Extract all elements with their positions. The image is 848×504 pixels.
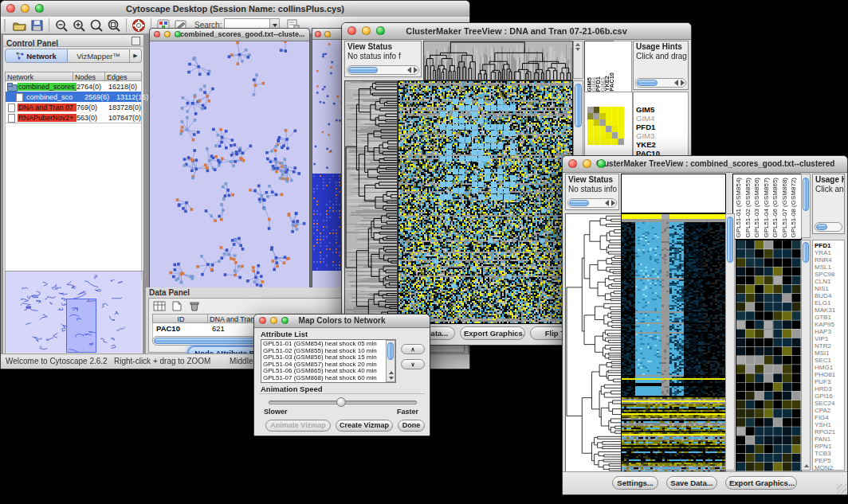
tv2-gene-list[interactable]: PFD1YRA1RNR4MSL1SPC98CLN1NIS1BUD4ELG1MAK… [812,240,845,471]
zoom-window-button[interactable] [175,31,181,37]
zoom-window-button[interactable] [597,159,606,168]
tv2-gene-label[interactable]: BUD4 [815,292,844,299]
tv2-col-label[interactable]: GPL51-01 (GSM854) [735,178,742,238]
attribute-table-icon[interactable] [152,300,167,312]
tv1-gene-label[interactable]: YKE2 [636,140,688,149]
tv2-gene-label[interactable]: NIS1 [815,285,844,292]
tv2-gene-label[interactable]: CLN1 [815,278,844,285]
tv2-col-label[interactable]: GPL51-04 (GSM857) [763,178,770,238]
tv2-gene-label[interactable]: SEC1 [815,357,844,364]
tv1-export-graphics-button[interactable]: Export Graphics... [460,326,525,340]
tv2-heatmap-vscrollbar[interactable] [725,213,735,471]
zoom-fit-icon[interactable] [105,18,123,33]
tv1-gene-label[interactable]: GIM5 [636,105,688,114]
close-button[interactable] [154,31,160,37]
close-button[interactable] [347,26,356,35]
tv2-gene-label[interactable]: FIG4 [815,414,844,421]
tv2-gene-label[interactable]: YSH1 [815,421,844,428]
create-vizmap-button[interactable]: Create Vizmap [336,420,393,432]
tv2-gene-label[interactable]: GPI16 [815,393,844,400]
tv2-top-dendrogram-area[interactable] [621,174,726,213]
minimize-button[interactable] [21,4,29,13]
tv2-gene-label[interactable]: ELG1 [815,299,844,307]
move-attribute-up-button[interactable]: ∧ [401,344,425,354]
tv2-gene-label[interactable]: PFD1 [815,242,844,249]
minimize-button[interactable] [324,31,331,37]
zoom-selected-icon[interactable] [88,18,105,33]
id-column-header[interactable]: ID [152,314,208,323]
float-panel-icon[interactable] [132,37,140,45]
tv1-gene-label[interactable]: GIM3 [636,131,688,140]
open-session-icon[interactable] [10,18,28,33]
network-list-row[interactable]: RNAPuberNov2+563(0)107847(0) [6,112,141,123]
zoom-window-button[interactable] [281,317,289,324]
zoom-window-button[interactable] [376,26,385,35]
delete-attribute-icon[interactable] [187,300,202,312]
tv2-gene-label[interactable]: PEP5 [815,457,844,464]
network-list-row[interactable]: combined_scores_2764(0)16218(0) [6,81,141,92]
network-list-row[interactable]: combined_sco2569(6)13112(15) [6,92,141,102]
close-button[interactable] [6,4,15,13]
main-titlebar[interactable]: Cytoscape Desktop (Session Name: collins… [1,1,469,18]
tv2-zoom-heatmap[interactable] [736,240,802,472]
slider-thumb[interactable] [336,397,346,407]
close-button[interactable] [259,317,266,324]
help-lifebuoy-icon[interactable] [130,18,147,33]
tv2-gene-label[interactable]: SPC98 [815,271,844,278]
tv2-gene-label[interactable]: HRD3 [815,385,844,393]
network-overview[interactable] [5,271,143,355]
tv2-heatmap[interactable] [621,213,726,472]
tv2-gene-label[interactable]: RPO21 [815,428,844,436]
resize-grip[interactable] [837,484,846,494]
tv2-gene-label[interactable]: PHO81 [815,371,844,378]
save-session-icon[interactable] [28,18,45,33]
tv2-gene-label[interactable]: CPA2 [815,407,844,414]
tv2-col-label[interactable]: GPL51-03 (GSM856) [753,178,760,238]
tv1-gene-label[interactable]: GIM4 [636,114,688,123]
tv2-gene-label[interactable]: KAP95 [815,321,844,328]
tv2-gene-label[interactable]: RNR4 [815,256,844,264]
tv2-status-hscrollbar[interactable] [567,198,617,208]
tv2-gene-label[interactable]: RPN1 [815,443,844,450]
tv2-save-data-button[interactable]: Save Data... [666,476,717,490]
zoom-out-icon[interactable] [53,18,70,33]
tv2-col-label[interactable]: GPL51-07 (GSM868) [781,178,788,238]
tv2-genes-vscrollbar[interactable] [801,240,811,471]
tv2-gene-label[interactable]: PAN1 [815,436,844,443]
tv2-gene-label[interactable]: YRA1 [815,249,844,256]
tv2-gene-label[interactable]: NTR2 [815,342,844,350]
col-network[interactable]: Network [5,72,73,81]
tv2-gene-label[interactable]: MSI1 [815,350,844,357]
attribute-list-vscrollbar[interactable] [386,340,395,382]
tab-vizmapper[interactable]: VizMapper™ [68,49,130,63]
tv1-status-hscrollbar[interactable] [347,65,419,75]
tv2-settings-button[interactable]: Settings... [612,476,658,490]
minimize-button[interactable] [164,31,171,37]
tab-overflow-button[interactable]: ▶ [130,49,142,63]
treeview2-titlebar[interactable]: ClusterMaker TreeView : combined_scores_… [563,156,847,173]
tv2-export-graphics-button[interactable]: Export Graphics... [725,476,797,490]
tv2-col-label[interactable]: GPL51-08 (GSM872) [790,178,797,238]
minimize-button[interactable] [362,26,371,35]
animate-vizmap-button[interactable]: Animate Vizmap [265,420,331,432]
tv2-gene-label[interactable]: HAP3 [815,328,844,335]
animation-speed-slider[interactable] [269,400,417,404]
tv1-zoom-matrix[interactable] [587,107,624,145]
network-view-titlebar[interactable]: combined_scores_good.txt--cluste... [150,29,309,41]
minimize-button[interactable] [583,159,591,168]
network-view2-titlebar[interactable] [312,29,343,40]
zoom-in-icon[interactable] [70,18,88,33]
network-canvas-2[interactable] [312,40,341,287]
tv2-gene-label[interactable]: SEC24 [815,400,844,407]
network-list-row[interactable]: DNA and Tran 07769(0)183728(0) [6,102,141,112]
tv2-gene-label[interactable]: MON2 [815,464,844,471]
network-canvas[interactable] [150,41,308,288]
tab-network[interactable]: Network [5,49,68,63]
attribute-list-item[interactable]: GPL51-07 (GSM868) heat shock 60 min [263,375,395,382]
tv2-left-dendrogram[interactable] [565,213,622,472]
close-button[interactable] [315,31,321,37]
tv1-top-dendrogram[interactable] [423,41,573,80]
col-nodes[interactable]: Nodes [73,72,105,81]
treeview1-titlebar[interactable]: ClusterMaker TreeView : DNA and Tran 07-… [342,23,691,40]
tv2-col-label[interactable]: GPL51-06 (GSM865) [771,178,779,238]
